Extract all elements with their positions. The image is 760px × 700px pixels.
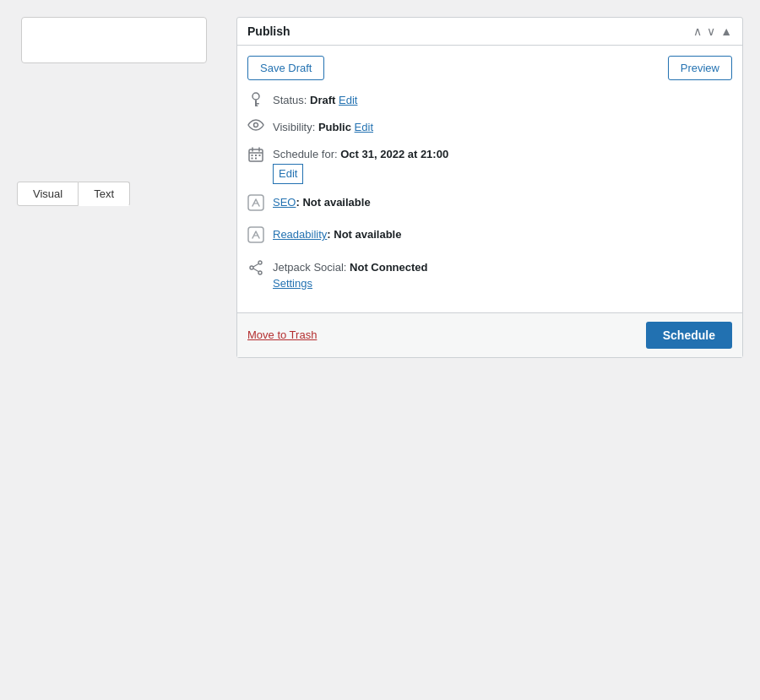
yoast-readability-icon	[247, 226, 264, 249]
svg-rect-3	[255, 106, 258, 107]
svg-rect-9	[252, 155, 253, 156]
readability-content: Readability: Not available	[273, 226, 732, 243]
publish-footer: Move to Trash Schedule	[237, 312, 742, 357]
tab-visual[interactable]: Visual	[17, 182, 79, 206]
svg-line-21	[253, 263, 258, 267]
chevron-down-icon[interactable]: ∨	[707, 24, 715, 38]
svg-rect-14	[248, 195, 263, 210]
seo-label: : Not available	[296, 196, 370, 209]
visibility-row: Visibility: Public Edit	[247, 119, 732, 136]
readability-label: : Not available	[327, 228, 401, 241]
publish-header: Publish ∧ ∨ ▲	[237, 18, 742, 46]
yoast-seo-icon	[247, 194, 264, 217]
share-icon	[247, 259, 264, 282]
svg-rect-11	[259, 155, 261, 156]
svg-rect-16	[248, 227, 263, 242]
status-row: Status: Draft Edit	[247, 92, 732, 109]
schedule-label: Schedule for:	[273, 148, 340, 160]
status-content: Status: Draft Edit	[273, 92, 732, 109]
svg-rect-13	[255, 157, 257, 159]
svg-rect-2	[255, 103, 259, 105]
visibility-edit-link[interactable]: Edit	[355, 121, 373, 133]
preview-button[interactable]: Preview	[668, 56, 732, 80]
jetpack-value: Not Connected	[350, 261, 427, 274]
jetpack-settings-link[interactable]: Settings	[273, 277, 312, 290]
svg-point-18	[258, 261, 262, 264]
header-icons: ∧ ∨ ▲	[693, 24, 732, 38]
seo-link[interactable]: SEO	[273, 196, 296, 209]
jetpack-label: Jetpack Social:	[273, 261, 350, 274]
left-panel: Visual Text	[0, 0, 228, 700]
status-value: Draft	[310, 94, 335, 106]
editor-input-box	[21, 17, 207, 63]
svg-rect-12	[252, 157, 253, 159]
readability-row: Readability: Not available	[247, 226, 732, 249]
calendar-icon	[247, 146, 264, 163]
schedule-content: Schedule for: Oct 31, 2022 at 21:00 Edit	[273, 146, 732, 184]
right-panel: Publish ∧ ∨ ▲ Save Draft Preview	[228, 0, 760, 700]
tab-bar: Visual Text	[17, 182, 130, 206]
publish-title: Publish	[247, 24, 290, 38]
status-label: Status:	[273, 94, 310, 106]
visibility-value: Public	[318, 121, 351, 133]
visibility-content: Visibility: Public Edit	[273, 119, 732, 136]
svg-point-4	[254, 123, 258, 128]
svg-line-22	[253, 269, 258, 272]
seo-content: SEO: Not available	[273, 194, 732, 211]
schedule-row: Schedule for: Oct 31, 2022 at 21:00 Edit	[247, 146, 732, 184]
schedule-button[interactable]: Schedule	[646, 322, 732, 349]
eye-icon	[247, 119, 264, 131]
readability-link[interactable]: Readability	[273, 228, 327, 241]
save-draft-button[interactable]: Save Draft	[247, 56, 324, 80]
visibility-label: Visibility:	[273, 121, 318, 133]
svg-rect-10	[255, 155, 257, 156]
button-row: Save Draft Preview	[247, 56, 732, 80]
schedule-value: Oct 31, 2022 at 21:00	[340, 148, 448, 160]
status-edit-link[interactable]: Edit	[339, 94, 357, 106]
triangle-up-icon[interactable]: ▲	[720, 24, 732, 38]
seo-row: SEO: Not available	[247, 194, 732, 217]
publish-body: Save Draft Preview Status: Draft Edit	[237, 46, 742, 312]
publish-box: Publish ∧ ∨ ▲ Save Draft Preview	[236, 17, 743, 358]
jetpack-content: Jetpack Social: Not Connected Settings	[273, 259, 732, 292]
svg-point-19	[250, 266, 253, 269]
tab-text[interactable]: Text	[79, 182, 130, 206]
schedule-edit-link[interactable]: Edit	[273, 164, 303, 184]
key-icon	[247, 92, 264, 109]
jetpack-row: Jetpack Social: Not Connected Settings	[247, 259, 732, 292]
svg-point-0	[252, 93, 259, 100]
chevron-up-icon[interactable]: ∧	[693, 24, 702, 38]
svg-point-20	[258, 271, 262, 274]
move-to-trash-link[interactable]: Move to Trash	[247, 328, 317, 341]
